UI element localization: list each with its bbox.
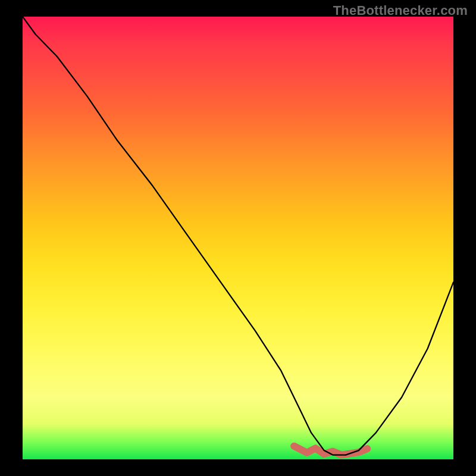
chart-svg — [23, 17, 453, 459]
bottleneck-curve — [23, 17, 453, 455]
chart-frame: TheBottlenecker.com — [0, 0, 476, 476]
watermark-text: TheBottlenecker.com — [333, 3, 468, 18]
